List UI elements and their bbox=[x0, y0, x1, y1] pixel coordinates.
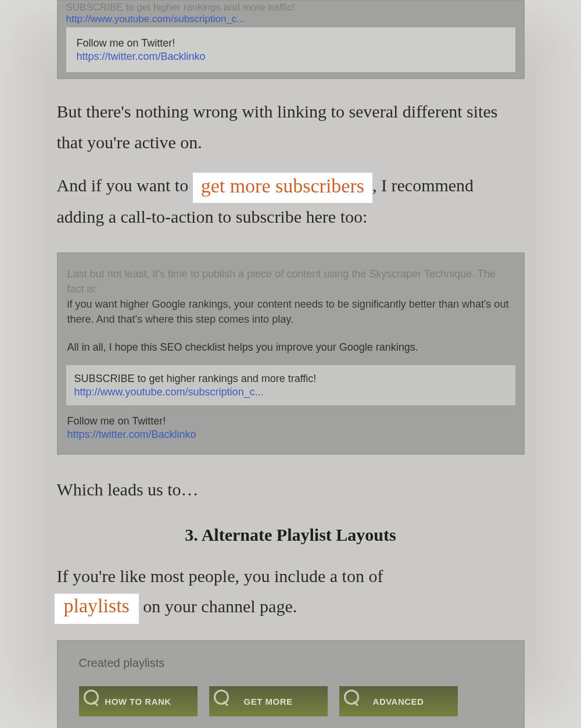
highlighted-link-playlists[interactable]: playlists bbox=[55, 594, 139, 624]
twitter-label: Follow me on Twitter! bbox=[77, 35, 505, 51]
article-paragraph: Which leads us to… bbox=[57, 474, 525, 505]
youtube-description-panel: Last but not least, it's time to publish… bbox=[57, 252, 525, 455]
description-line: All in all, I hope this SEO checklist he… bbox=[67, 340, 514, 355]
description-line: if you want higher Google rankings, your… bbox=[67, 297, 514, 327]
playlist-card[interactable]: ADVANCED bbox=[339, 686, 458, 716]
playlist-card-label: ADVANCED bbox=[373, 697, 424, 706]
subscribe-link[interactable]: http://www.youtube.com/subscription_c... bbox=[74, 386, 507, 398]
subscribe-highlight-box: SUBSCRIBE to get higher rankings and mor… bbox=[66, 365, 515, 405]
youtube-description-panel-top: SUBSCRIBE to get higher rankings and mor… bbox=[57, 0, 525, 79]
playlist-row: HOW TO RANK GET MORE ADVANCED bbox=[79, 686, 503, 716]
twitter-link[interactable]: https://twitter.com/Backlinko bbox=[67, 429, 514, 441]
paragraph-text: If you're like most people, you include … bbox=[57, 566, 383, 586]
twitter-label: Follow me on Twitter! bbox=[67, 413, 514, 429]
twitter-box: Follow me on Twitter! https://twitter.co… bbox=[66, 27, 515, 72]
subscribe-link[interactable]: http://www.youtube.com/subscription_c... bbox=[66, 13, 515, 25]
magnifier-icon bbox=[214, 690, 229, 705]
created-playlists-panel: Created playlists HOW TO RANK GET MORE A… bbox=[57, 640, 525, 728]
highlighted-link-get-more-subscribers[interactable]: get more subscribers bbox=[193, 173, 372, 203]
section-heading: 3. Alternate Playlist Layouts bbox=[57, 525, 525, 545]
article-paragraph: But there's nothing wrong with linking t… bbox=[57, 97, 525, 158]
magnifier-icon bbox=[84, 690, 99, 705]
subscribe-cta-text: SUBSCRIBE to get higher rankings and mor… bbox=[66, 2, 515, 13]
twitter-link[interactable]: https://twitter.com/Backlinko bbox=[77, 51, 505, 63]
playlist-card[interactable]: GET MORE bbox=[209, 686, 328, 716]
playlist-card[interactable]: HOW TO RANK bbox=[79, 686, 198, 716]
article-paragraph: And if you want to get more subscribers,… bbox=[57, 170, 525, 233]
article-paragraph: If you're like most people, you include … bbox=[57, 561, 525, 624]
description-faded-line: Last but not least, it's time to publish… bbox=[67, 266, 514, 297]
subscribe-cta-text: SUBSCRIBE to get higher rankings and mor… bbox=[74, 371, 507, 386]
paragraph-text: on your channel page. bbox=[143, 597, 297, 616]
playlist-card-label: HOW TO RANK bbox=[105, 697, 171, 706]
magnifier-icon bbox=[344, 690, 359, 705]
playlist-card-label: GET MORE bbox=[243, 697, 292, 706]
paragraph-text: And if you want to bbox=[57, 176, 193, 195]
created-playlists-title: Created playlists bbox=[79, 656, 503, 670]
